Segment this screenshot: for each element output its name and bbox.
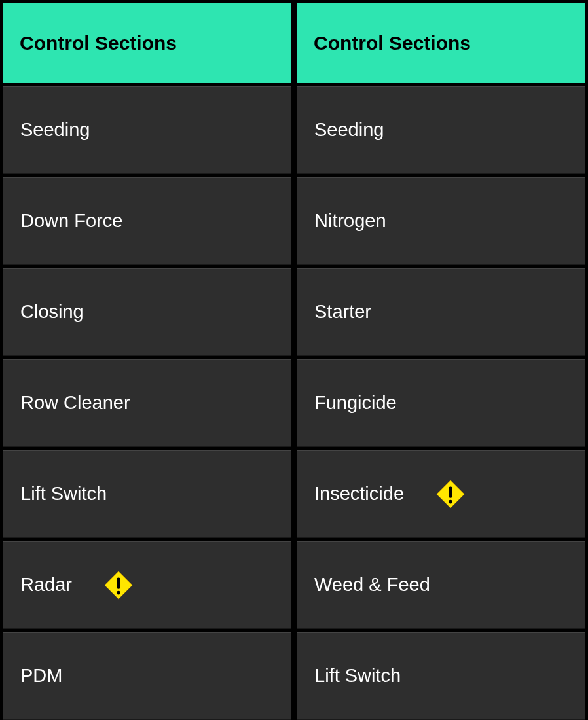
- list-item-label: Closing: [20, 301, 84, 323]
- control-sections-column-right: Control Sections Seeding Nitrogen Starte…: [294, 0, 588, 720]
- control-sections-container: Control Sections Seeding Down Force Clos…: [0, 0, 588, 720]
- list-item-label: Nitrogen: [314, 210, 386, 232]
- list-item-label: Fungicide: [314, 392, 397, 414]
- list-item-radar[interactable]: Radar: [3, 541, 291, 629]
- svg-point-2: [117, 590, 120, 594]
- list-item-nitrogen[interactable]: Nitrogen: [297, 177, 585, 265]
- list-item-label: Down Force: [20, 210, 122, 232]
- list-item-label: Lift Switch: [20, 483, 107, 505]
- list-item-label: Starter: [314, 301, 371, 323]
- column-header-label: Control Sections: [314, 32, 471, 54]
- svg-rect-4: [449, 486, 452, 497]
- list-item-label: Seeding: [314, 119, 384, 141]
- list-item-label: PDM: [20, 665, 62, 687]
- svg-point-5: [449, 499, 452, 503]
- list-item-row-cleaner[interactable]: Row Cleaner: [3, 359, 291, 447]
- list-item-fungicide[interactable]: Fungicide: [297, 359, 585, 447]
- list-item-starter[interactable]: Starter: [297, 268, 585, 356]
- list-item-lift-switch[interactable]: Lift Switch: [297, 632, 585, 720]
- control-sections-column-left: Control Sections Seeding Down Force Clos…: [0, 0, 294, 720]
- list-item-label: Radar: [20, 574, 72, 596]
- list-item-label: Row Cleaner: [20, 392, 130, 414]
- list-item-label: Weed & Feed: [314, 574, 430, 596]
- list-item-label: Insecticide: [314, 483, 404, 505]
- list-item-seeding[interactable]: Seeding: [297, 86, 585, 174]
- list-item-label: Lift Switch: [314, 665, 401, 687]
- list-item-down-force[interactable]: Down Force: [3, 177, 291, 265]
- warning-icon: [103, 570, 134, 600]
- warning-icon: [435, 479, 466, 509]
- column-header-label: Control Sections: [20, 32, 177, 54]
- svg-rect-1: [117, 577, 120, 588]
- list-item-insecticide[interactable]: Insecticide: [297, 450, 585, 538]
- list-item-label: Seeding: [20, 119, 90, 141]
- column-header: Control Sections: [3, 0, 291, 86]
- column-header: Control Sections: [297, 0, 585, 86]
- list-item-lift-switch[interactable]: Lift Switch: [3, 450, 291, 538]
- list-item-pdm[interactable]: PDM: [3, 632, 291, 720]
- list-item-weed-and-feed[interactable]: Weed & Feed: [297, 541, 585, 629]
- list-item-closing[interactable]: Closing: [3, 268, 291, 356]
- list-item-seeding[interactable]: Seeding: [3, 86, 291, 174]
